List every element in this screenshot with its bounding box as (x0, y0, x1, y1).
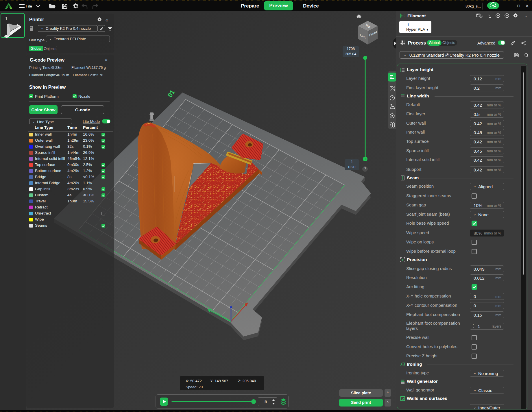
svg-text:01: 01 (166, 89, 176, 99)
